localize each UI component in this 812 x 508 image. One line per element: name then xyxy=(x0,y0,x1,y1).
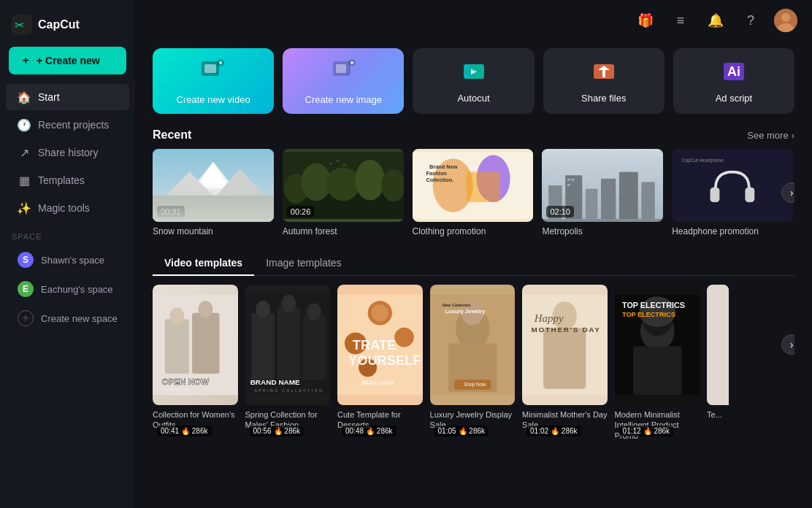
svg-rect-51 xyxy=(567,184,570,186)
template-thumb-3: TRATE YOURSELF BRAND NAME xyxy=(337,285,423,405)
video-card-icon xyxy=(200,57,226,88)
sidebar-item-share-history[interactable]: ↗ Share history xyxy=(6,139,129,166)
svg-point-17 xyxy=(464,74,469,78)
svg-rect-66 xyxy=(302,316,326,380)
create-video-card[interactable]: Create new video xyxy=(153,48,274,114)
svg-text:Shop Now: Shop Now xyxy=(463,382,486,388)
sidebar-item-templates[interactable]: ▦ Templates xyxy=(6,167,129,193)
template-thumb-2: BRAND NAME SPRING COLLECTION xyxy=(245,285,331,405)
svg-rect-47 xyxy=(619,172,638,219)
recent-header: Recent See more › xyxy=(153,128,794,142)
svg-rect-64 xyxy=(251,313,275,380)
svg-rect-45 xyxy=(586,189,598,219)
bell-icon[interactable]: 🔔 xyxy=(704,9,727,32)
svg-point-67 xyxy=(256,301,270,318)
template-card-7[interactable]: Te... xyxy=(707,285,729,441)
action-cards: Create new video Create new image xyxy=(153,48,794,114)
template-badge-3: 00:48 🔥 286k xyxy=(342,426,397,436)
autumn-forest-name: Autumn forest xyxy=(283,226,404,236)
svg-rect-54 xyxy=(746,188,755,202)
svg-rect-38 xyxy=(466,172,499,202)
template-card-5[interactable]: Happy MOTHER'S DAY 01:02 🔥 286k Minimali… xyxy=(522,285,608,441)
clock-icon: 🕐 xyxy=(18,118,31,131)
svg-rect-58 xyxy=(192,313,219,374)
space-item-shawn[interactable]: S Shawn's space xyxy=(6,246,129,274)
svg-point-16 xyxy=(464,65,469,69)
recent-grid: 00:31 Snow mountain xyxy=(153,149,794,236)
template-badge-5: 01:02 🔥 286k xyxy=(526,426,581,436)
template-thumb-1: OPEN NOW in Spring xyxy=(153,285,238,405)
template-tabs: Video templates Image templates xyxy=(153,251,794,276)
clothing-thumb: Brand New Fashion Collection. xyxy=(413,149,534,222)
templates-icon: ▦ xyxy=(18,174,31,187)
svg-rect-48 xyxy=(642,182,655,219)
shawn-avatar: S xyxy=(18,252,34,268)
logo-text: CapCut xyxy=(38,18,80,31)
chevron-right-icon: › xyxy=(792,130,794,141)
autumn-forest-thumb: 00:26 xyxy=(283,149,404,222)
home-icon: 🏠 xyxy=(18,91,31,104)
recent-card-autumn-forest[interactable]: 00:26 Autumn forest xyxy=(283,149,404,236)
svg-text:Luxury Jewelry: Luxury Jewelry xyxy=(445,308,485,315)
template-card-2[interactable]: BRAND NAME SPRING COLLECTION 00:56 🔥 286… xyxy=(245,285,331,441)
snow-mountain-name: Snow mountain xyxy=(153,226,274,236)
svg-text:TRATE: TRATE xyxy=(353,337,397,353)
svg-rect-6 xyxy=(204,64,216,73)
sidebar: ✂ CapCut ＋ + Create new 🏠 Start 🕐 Recent… xyxy=(0,0,135,508)
tab-image-templates[interactable]: Image templates xyxy=(254,251,353,276)
svg-rect-101 xyxy=(707,285,729,405)
ad-script-icon: Ai xyxy=(721,58,747,87)
recent-card-clothing[interactable]: Brand New Fashion Collection. Clothing p… xyxy=(413,149,534,236)
clothing-name: Clothing promotion xyxy=(413,226,534,236)
logo: ✂ CapCut xyxy=(0,9,135,47)
svg-point-76 xyxy=(394,328,414,347)
svg-point-68 xyxy=(281,295,296,312)
image-card-icon xyxy=(330,57,356,88)
main-content: 🎁 ≡ 🔔 ? Create new video xyxy=(135,0,812,508)
create-space-item[interactable]: + Create new space xyxy=(6,304,129,332)
sidebar-item-start[interactable]: 🏠 Start xyxy=(6,84,129,110)
autocut-card[interactable]: Autocut xyxy=(413,48,534,114)
space-item-eachung[interactable]: E Eachung's space xyxy=(6,275,129,303)
recent-card-snow-mountain[interactable]: 00:31 Snow mountain xyxy=(153,149,274,236)
share-files-label: Share files xyxy=(581,93,626,104)
template-next-button[interactable]: › xyxy=(781,334,794,355)
svg-rect-53 xyxy=(710,188,720,202)
sidebar-item-magic-tools[interactable]: ✨ Magic tools xyxy=(6,195,129,221)
ad-script-label: Ad script xyxy=(716,93,753,104)
create-new-button[interactable]: ＋ + Create new xyxy=(9,47,126,74)
see-more-button[interactable]: See more › xyxy=(747,130,794,141)
eachung-avatar: E xyxy=(18,281,34,297)
ad-script-card[interactable]: Ai Ad script xyxy=(673,48,794,114)
share-files-card[interactable]: Share files xyxy=(543,48,664,114)
template-card-3[interactable]: TRATE YOURSELF BRAND NAME 00:48 🔥 286k C… xyxy=(337,285,423,441)
menu-icon[interactable]: ≡ xyxy=(669,9,692,32)
create-video-label: Create new video xyxy=(177,94,250,105)
template-thumb-4: New Collection Luxury Jewelry Shop Now xyxy=(430,285,516,405)
svg-point-69 xyxy=(307,303,321,320)
svg-text:Fashion: Fashion xyxy=(426,170,447,177)
recent-card-metropolis[interactable]: 02:10 Metropolis xyxy=(542,149,663,236)
help-icon[interactable]: ? xyxy=(739,9,762,32)
svg-rect-46 xyxy=(601,179,616,219)
create-space-icon: + xyxy=(18,310,34,326)
user-avatar[interactable] xyxy=(774,9,797,32)
tab-video-templates[interactable]: Video templates xyxy=(153,251,254,276)
svg-rect-65 xyxy=(277,307,300,380)
template-thumb-7 xyxy=(707,285,729,405)
svg-text:✂: ✂ xyxy=(15,19,24,31)
template-card-6[interactable]: TOP ELECTRICS TOP ELECTRICS 01:12 🔥 286k… xyxy=(615,285,700,441)
svg-point-60 xyxy=(198,301,212,318)
svg-point-74 xyxy=(372,304,388,321)
template-card-1[interactable]: OPEN NOW in Spring 00:41 🔥 286k Collecti… xyxy=(153,285,238,441)
sidebar-item-recent[interactable]: 🕐 Recent projects xyxy=(6,112,129,138)
svg-text:Happy: Happy xyxy=(534,312,564,324)
create-image-card[interactable]: Create new image xyxy=(283,48,404,114)
recent-card-headphone[interactable]: CapCut Headphone Headphone promotion xyxy=(672,149,793,236)
svg-text:Ai: Ai xyxy=(727,64,740,79)
metropolis-time: 02:10 xyxy=(546,206,574,218)
template-card-4[interactable]: New Collection Luxury Jewelry Shop Now 0… xyxy=(430,285,516,441)
gift-icon[interactable]: 🎁 xyxy=(634,9,657,32)
svg-text:CapCut Headphone: CapCut Headphone xyxy=(682,158,724,163)
svg-point-33 xyxy=(355,160,385,200)
